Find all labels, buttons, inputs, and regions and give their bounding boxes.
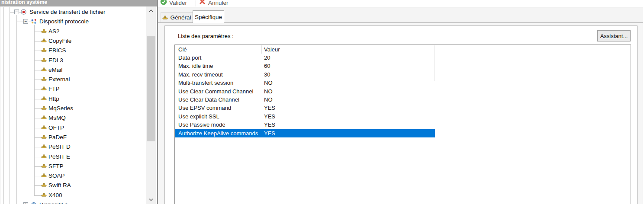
param-row-max-recv-timeout[interactable]: Max. recv timeout30 [175,70,631,79]
editor-panel: Valider Annuler Général Spécifique [158,0,644,204]
param-key: Data port [178,54,201,61]
scroll-down-button[interactable] [146,195,156,204]
scroll-up-button[interactable] [146,6,156,15]
tree-item-as2[interactable]: AS2 [0,27,146,36]
param-row-use-explicit-ssl[interactable]: Use explicit SSLYES [175,112,631,121]
toolbar: Valider Annuler [158,0,643,7]
tree-item-service-de-transfert-de-fichier[interactable]: −Service de transfert de fichier [0,7,146,17]
param-key: Multi-transfert session [178,80,233,86]
params-label: Liste des paramètres : [178,33,234,39]
chevron-up-icon [149,10,153,12]
scrollbar-thumb[interactable] [147,36,155,141]
tree-item-oftp[interactable]: OFTP [0,123,146,133]
tree-item-label: PeSIT E [48,153,70,160]
expander-minus[interactable]: − [14,10,19,14]
tab-general[interactable]: Général [161,12,193,22]
tree-item-http[interactable]: Http [0,94,146,104]
tree-item-swift-ra[interactable]: Swift RA [0,181,146,190]
plug-icon [41,134,47,140]
molecule-icon [31,19,37,25]
tree-item-msmq[interactable]: MsMQ [0,113,146,123]
tree-item-copyfile[interactable]: CopyFile [0,36,146,46]
param-row-max-idle-time[interactable]: Max. idle time60 [175,62,631,70]
param-value: NO [264,96,273,103]
check-icon [160,0,167,5]
validate-button[interactable]: Valider [160,0,194,7]
param-row-use-passive-mode[interactable]: Use Passive modeYES [175,121,631,129]
tree-item-label: eMail [48,67,62,73]
plug-icon [41,29,47,35]
tree-item-sftp[interactable]: SFTP [0,162,146,171]
param-row-use-clear-command-channel[interactable]: Use Clear Command ChannelNO [175,87,631,96]
plug-icon [41,163,47,169]
cancel-label: Annuler [208,0,229,6]
tree-item-x400[interactable]: X400 [0,191,146,200]
tree-item-dispositif-protocole[interactable]: −Dispositif protocole [0,17,146,26]
param-value: YES [264,121,275,128]
plug-icon [41,115,47,121]
plug-icon [41,86,47,92]
param-row-data-port[interactable]: Data port20 [175,54,631,62]
expander-plus[interactable]: + [23,202,28,204]
param-key: Use Clear Data Channel [178,96,239,103]
cancel-button[interactable]: Annuler [199,0,234,7]
param-key: Use explicit SSL [178,113,219,120]
plug-icon [41,67,47,73]
plug-icon [41,96,47,102]
tab-specific-label: Spécifique [195,14,222,20]
column-separator[interactable] [261,45,262,54]
tree-item-label: MsMQ [48,115,66,121]
tree-item-label: Dispositif protocole [39,18,89,25]
tree-item-pesit-d[interactable]: PeSIT D [0,142,146,152]
tree-item-label: EBICS [48,47,66,54]
tree-item-dispositif[interactable]: +Dispositif é [0,200,146,204]
column-header-key[interactable]: Clé [178,46,187,53]
assistant-button[interactable]: Assistant... [597,30,631,41]
column-header-value[interactable]: Valeur [264,46,280,53]
app-window: nistration système −Service de transfert… [0,0,644,204]
tab-strip: Général Spécifique [158,7,643,22]
service-icon [21,9,27,15]
tab-specific[interactable]: Spécifique [193,10,224,23]
tree-item-label: X400 [48,192,62,198]
tree-item-ebics[interactable]: EBICS [0,46,146,55]
tree-item-email[interactable]: eMail [0,65,146,75]
tree-item-label: PeSIT D [48,143,71,150]
tree-item-edi-3[interactable]: EDI 3 [0,56,146,65]
plug-icon [41,154,47,160]
param-row-use-epsv-command[interactable]: Use EPSV commandYES [175,104,631,112]
tree-item-mqseries[interactable]: MqSeries [0,104,146,113]
tree-item-external[interactable]: External [0,75,146,84]
param-key: Use Passive mode [178,121,225,128]
tree-item-label: AS2 [48,28,60,35]
tree-item-soap[interactable]: SOAP [0,171,146,181]
tab-general-label: Général [170,14,191,21]
tree-item-label: Service de transfert de fichier [29,9,106,15]
plug-icon [41,38,47,44]
param-value: 60 [264,63,270,69]
param-row-multi-transfert-session[interactable]: Multi-transfert sessionNO [175,79,631,87]
expander-minus[interactable]: − [23,19,28,24]
tree-item-ftp[interactable]: FTP [0,84,146,94]
param-key: Use Clear Command Channel [178,88,253,95]
tree-item-padef[interactable]: PaDeF [0,133,146,142]
param-value: NO [264,80,273,86]
param-key: Max. recv timeout [178,71,223,78]
param-value: YES [264,105,275,111]
tree-item-label: Http [48,96,59,102]
tree-item-label: Dispositif é [39,201,68,204]
param-key: Use EPSV command [178,105,231,111]
param-row-use-clear-data-channel[interactable]: Use Clear Data ChannelNO [175,96,631,104]
tree-scrollbar[interactable] [146,6,156,204]
param-value: YES [264,113,275,120]
plug-icon [41,182,47,188]
globe-icon [31,202,37,204]
plug-icon [41,144,47,150]
param-row-authorize-keepalive-commands[interactable]: Authorize KeepAlive commandsYES [175,129,435,137]
plug-icon [41,57,47,64]
tree-item-label: External [48,76,70,83]
chevron-down-icon [149,198,153,201]
param-value: 30 [264,71,270,78]
tree-item-label: CopyFile [48,38,71,44]
tree-item-pesit-e[interactable]: PeSIT E [0,152,146,162]
